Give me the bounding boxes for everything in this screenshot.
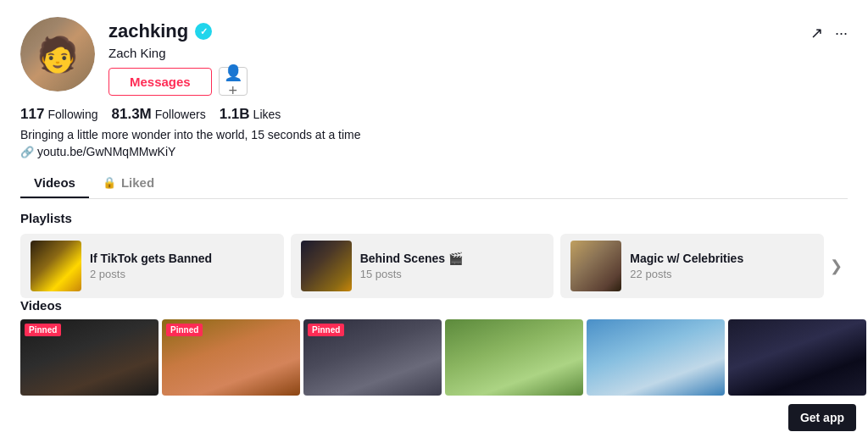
chevron-right-icon: ❯ [830,257,843,275]
video-thumb-6[interactable] [728,319,866,396]
verified-icon: ✓ [195,23,212,40]
link-row: 🔗 youtu.be/GwNMqMMwKiY [20,145,848,158]
video-thumb-1[interactable]: Pinned [20,319,159,396]
add-friend-button[interactable]: 👤+ [219,67,248,96]
tab-videos[interactable]: Videos [20,169,89,198]
profile-info: zachking ✓ Zach King Messages 👤+ [108,17,797,96]
pinned-badge-1: Pinned [25,324,61,336]
playlist-count-2: 15 posts [360,268,544,280]
playlist-card-1[interactable]: If TikTok gets Banned 2 posts [20,234,284,298]
header-actions: ↗ ··· [810,17,848,42]
playlists-wrapper: If TikTok gets Banned 2 posts Behind Sce… [20,234,848,298]
playlist-card-2[interactable]: Behind Scenes 🎬 15 posts [291,234,554,298]
pinned-badge-3: Pinned [308,324,344,336]
followers-label: Followers [155,108,206,121]
messages-button[interactable]: Messages [108,68,212,96]
playlist-thumb-3 [570,241,621,291]
tab-videos-label: Videos [34,175,75,190]
profile-container: 🧑 zachking ✓ Zach King Messages 👤+ ↗ ··· [0,0,868,396]
action-row: Messages 👤+ [108,67,797,96]
playlists-cards: If TikTok gets Banned 2 posts Behind Sce… [20,234,824,298]
pinned-badge-2: Pinned [166,324,203,336]
playlist-card-3[interactable]: Magic w/ Celebrities 22 posts [560,234,824,298]
profile-link[interactable]: youtu.be/GwNMqMMwKiY [37,145,175,158]
username: zachking [108,20,188,42]
playlist-title-1: If TikTok gets Banned [90,252,274,265]
link-icon: 🔗 [20,146,34,158]
more-icon: ··· [835,25,848,42]
avatar: 🧑 [20,17,95,91]
tab-liked[interactable]: 🔒 Liked [89,169,168,198]
videos-section-label: Videos [20,298,848,313]
add-friend-icon: 👤+ [220,64,247,100]
following-count: 117 [20,106,44,123]
stats-row: 117 Following 81.3M Followers 1.1B Likes [20,106,848,123]
display-name: Zach King [108,46,797,60]
playlist-title-2: Behind Scenes 🎬 [360,252,544,265]
playlist-info-2: Behind Scenes 🎬 15 posts [360,252,544,280]
playlists-chevron-right[interactable]: ❯ [824,241,848,291]
playlist-info-1: If TikTok gets Banned 2 posts [90,252,274,280]
bio: Bringing a little more wonder into the w… [20,128,848,141]
playlist-thumb-2 [301,241,352,291]
video-thumb-2[interactable]: Pinned [162,319,300,396]
likes-count: 1.1B [220,106,250,123]
followers-count: 81.3M [112,106,152,123]
lock-icon: 🔒 [103,176,116,189]
following-label: Following [47,108,97,121]
get-app-button[interactable]: Get app [788,404,856,431]
playlist-count-3: 22 posts [630,268,814,280]
likes-label: Likes [253,108,281,121]
username-row: zachking ✓ [108,20,797,42]
video-thumb-4[interactable] [445,319,583,396]
playlists-section-label: Playlists [20,211,848,225]
video-thumb-5[interactable] [587,319,725,396]
profile-header: 🧑 zachking ✓ Zach King Messages 👤+ ↗ ··· [20,17,848,96]
more-button[interactable]: ··· [835,25,848,42]
playlist-count-1: 2 posts [90,268,274,280]
playlist-title-3: Magic w/ Celebrities [630,252,814,265]
share-button[interactable]: ↗ [810,24,823,42]
playlist-thumb-1 [31,241,81,291]
playlist-emoji-2: 🎬 [448,252,463,265]
videos-grid: Pinned Pinned Pinned [20,319,848,396]
share-icon: ↗ [810,24,823,42]
video-thumb-3[interactable]: Pinned [303,319,442,396]
playlist-info-3: Magic w/ Celebrities 22 posts [630,252,814,280]
tab-liked-label: Liked [121,175,154,190]
tabs-row: Videos 🔒 Liked [20,169,848,199]
